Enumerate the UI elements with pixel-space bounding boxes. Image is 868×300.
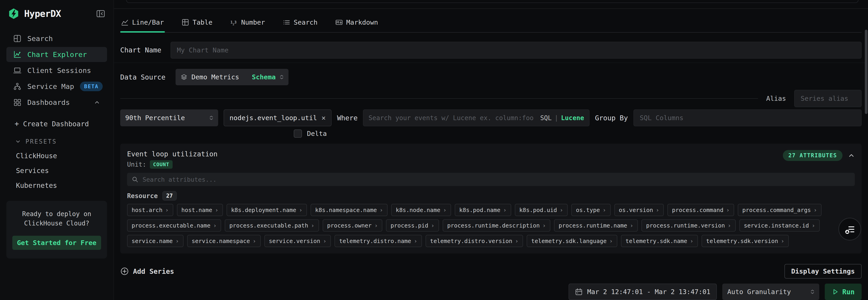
presets-header-label: PRESETS <box>26 138 57 145</box>
chevron-right-icon <box>656 207 659 213</box>
sidebar-nav: Search Chart Explorer <box>0 31 114 110</box>
delta-checkbox[interactable] <box>294 130 302 138</box>
attribute-chip[interactable]: telemetry.sdk.name <box>621 235 698 247</box>
tab-markdown[interactable]: Markdown <box>335 19 379 32</box>
get-started-button[interactable]: Get Started for Free <box>12 236 101 250</box>
attribute-chip[interactable]: telemetry.distro.name <box>335 235 422 247</box>
scrollbar-thumb[interactable] <box>865 30 868 114</box>
data-source-select[interactable]: Demo Metrics Schema <box>176 69 288 85</box>
attribute-chip[interactable]: telemetry.sdk.language <box>527 235 617 247</box>
attribute-chip[interactable]: process.executable.name <box>127 219 221 231</box>
sidebar-item-search[interactable]: Search <box>6 31 107 46</box>
presets-header[interactable]: PRESETS <box>15 138 114 145</box>
chevron-right-icon <box>726 207 730 213</box>
sidebar-item-dashboards[interactable]: Dashboards <box>6 95 107 110</box>
display-settings-button[interactable]: Display Settings <box>784 264 862 278</box>
chevron-up-icon <box>94 99 100 106</box>
play-icon <box>832 289 839 295</box>
chevron-right-icon <box>253 238 256 244</box>
chevron-up-icon[interactable] <box>848 152 855 159</box>
attribute-chip[interactable]: os.version <box>614 204 664 216</box>
preset-services[interactable]: Services <box>16 167 114 174</box>
attribute-chip[interactable]: service.name <box>127 235 184 247</box>
attribute-chip[interactable]: process.owner <box>323 219 382 231</box>
laptop-icon <box>13 66 22 75</box>
attribute-chip[interactable]: process.executable.path <box>225 219 319 231</box>
aggregation-select[interactable]: 90th Percentile <box>120 109 218 126</box>
chevron-right-icon <box>609 238 613 244</box>
hyperdx-logo-icon <box>8 8 19 19</box>
select-chevrons-icon <box>811 290 814 294</box>
where-label: Where <box>337 114 358 122</box>
lucene-option[interactable]: Lucene <box>561 114 584 122</box>
app-root: HyperDX Search <box>0 0 868 300</box>
chevron-right-icon <box>414 238 417 244</box>
attribute-chip[interactable]: process.command_args <box>738 204 822 216</box>
attribute-chip[interactable]: service.version <box>265 235 331 247</box>
granularity-select[interactable]: Auto Granularity <box>722 283 819 300</box>
time-range-picker[interactable]: Mar 2 12:47:01 - Mar 2 13:47:01 <box>568 283 717 300</box>
sidebar-item-label: Chart Explorer <box>27 50 100 59</box>
toggle-divider: | <box>554 114 558 122</box>
data-source-row: Data Source Demo Metrics Schema <box>120 69 862 85</box>
sidebar-item-client-sessions[interactable]: Client Sessions <box>6 63 107 78</box>
unit-label: Unit: <box>127 161 146 168</box>
attribute-chip[interactable]: process.runtime.description <box>443 219 550 231</box>
run-button[interactable]: Run <box>825 283 862 300</box>
attribute-chip[interactable]: host.name <box>177 204 223 216</box>
sidebar-item-label: Service Map <box>27 82 74 90</box>
chevron-right-icon <box>443 207 446 213</box>
attribute-chip[interactable]: process.command <box>668 204 734 216</box>
sidebar-collapse-icon[interactable] <box>96 9 106 19</box>
add-series-button[interactable]: Add Series <box>120 267 174 276</box>
chevron-right-icon <box>323 238 326 244</box>
attribute-chip[interactable]: telemetry.sdk.version <box>702 235 789 247</box>
chevron-right-icon <box>812 222 815 229</box>
chevron-right-icon <box>213 222 217 229</box>
time-range-value: Mar 2 12:47:01 - Mar 2 13:47:01 <box>587 288 710 296</box>
chart-name-input[interactable] <box>170 42 862 59</box>
create-dashboard-button[interactable]: Create Dashboard <box>14 119 114 128</box>
tab-table[interactable]: Table <box>181 19 213 32</box>
attribute-chip[interactable]: service.namespace <box>187 235 261 247</box>
top-divider <box>114 8 868 9</box>
close-icon[interactable]: ✕ <box>321 114 326 121</box>
group-by-input[interactable] <box>633 109 862 126</box>
sidebar-item-chart-explorer[interactable]: Chart Explorer <box>6 47 107 62</box>
attribute-chip[interactable]: process.pid <box>386 219 439 231</box>
tab-label: Number <box>241 19 265 26</box>
tab-number[interactable]: 1 2 3 Number <box>229 19 266 32</box>
data-source-value: Demo Metrics <box>191 73 248 81</box>
tab-search[interactable]: Search <box>282 19 318 32</box>
sidebar-item-service-map[interactable]: Service Map BETA <box>6 79 107 94</box>
chevron-right-icon <box>630 222 633 229</box>
where-search-input[interactable] <box>368 114 536 122</box>
attribute-chip[interactable]: host.arch <box>127 204 173 216</box>
attribute-chip[interactable]: k8s.namespace.name <box>311 204 388 216</box>
attribute-chip[interactable]: k8s.pod.name <box>455 204 511 216</box>
attribute-chip[interactable]: process.runtime.name <box>554 219 638 231</box>
search-grid-icon <box>13 34 22 43</box>
query-language-toggle[interactable]: SQL | Lucene <box>540 114 584 122</box>
attribute-chip[interactable]: k8s.node.name <box>391 204 451 216</box>
attribute-chip[interactable]: k8s.pod.uid <box>515 204 568 216</box>
schema-link[interactable]: Schema <box>252 73 276 81</box>
attribute-chip[interactable]: process.runtime.version <box>642 219 736 231</box>
series-row: 90th Percentile nodejs.event_loop.util ✕… <box>120 109 862 126</box>
unit-value-badge: COUNT <box>150 160 173 169</box>
attribute-chip[interactable]: telemetry.distro.version <box>426 235 523 247</box>
preset-kubernetes[interactable]: Kubernetes <box>16 182 114 189</box>
beta-badge: BETA <box>80 82 102 91</box>
sql-option[interactable]: SQL <box>540 114 552 122</box>
attribute-chip[interactable]: os.type <box>571 204 611 216</box>
attributes-search-box <box>127 173 855 186</box>
alias-input[interactable] <box>794 90 862 107</box>
attribute-chip[interactable]: service.instance.id <box>739 219 820 231</box>
attribute-chip[interactable]: k8s.deployment.name <box>226 204 307 216</box>
feedback-widget-button[interactable] <box>838 218 861 241</box>
metric-tag[interactable]: nodejs.event_loop.util ✕ <box>224 109 332 126</box>
preset-clickhouse[interactable]: ClickHouse <box>16 152 114 160</box>
chevron-right-icon <box>379 207 383 213</box>
attributes-search-input[interactable] <box>143 176 850 183</box>
tab-line-bar[interactable]: Line/Bar <box>120 19 165 32</box>
